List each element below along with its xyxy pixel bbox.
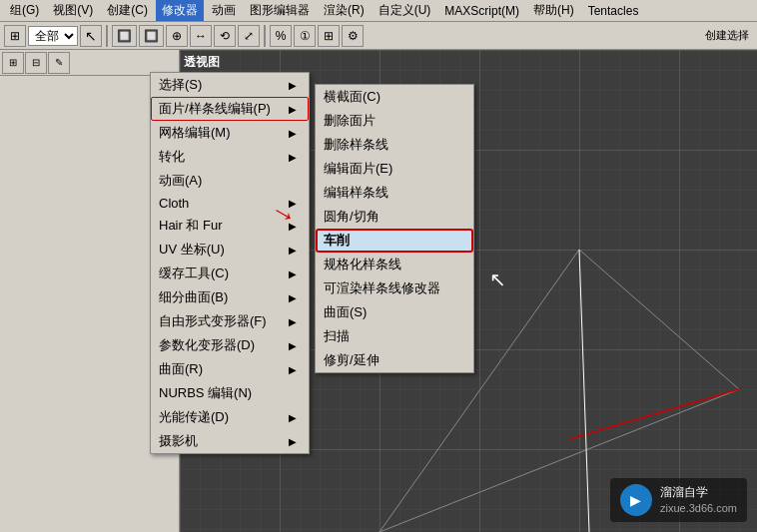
arrow-icon: ▶ [289, 80, 297, 91]
submenu-surface[interactable]: 曲面(S) [316, 300, 473, 324]
menu-view[interactable]: 视图(V) [47, 0, 99, 21]
modifier-camera-item[interactable]: 摄影机 ▶ [151, 429, 309, 453]
toolbar-btn-9[interactable]: ① [294, 25, 316, 47]
menu-custom[interactable]: 自定义(U) [373, 0, 437, 21]
modifier-radiosity-item[interactable]: 光能传递(D) ▶ [151, 405, 309, 429]
arrow-icon-2: ▶ [289, 104, 297, 115]
arrow-icon-4: ▶ [289, 152, 297, 163]
toolbar-btn-2[interactable]: 🔲 [112, 25, 137, 47]
toolbar-btn-10[interactable]: ⊞ [318, 25, 340, 47]
modifier-subdivision-item[interactable]: 细分曲面(B) ▶ [151, 285, 309, 309]
toolbar-btn-4[interactable]: ⊕ [166, 25, 188, 47]
modifier-surface-item[interactable]: 曲面(R) ▶ [151, 357, 309, 381]
patch-submenu: 横截面(C) 删除面片 删除样条线 编辑面片(E) 编辑样条线 圆角/切角 车削 [315, 84, 474, 373]
arrow-icon-11: ▶ [289, 340, 297, 351]
menu-animation[interactable]: 动画 [206, 0, 242, 21]
submenu-sweep[interactable]: 扫描 [316, 324, 473, 348]
submenu-delete-spline[interactable]: 删除样条线 [316, 133, 473, 157]
menu-modifier[interactable]: 修改器 [156, 0, 204, 21]
submenu-fillet-chamfer[interactable]: 圆角/切角 [316, 205, 473, 229]
toolbar-icon-1[interactable]: ⊞ [4, 25, 26, 47]
submenu-normalize-spline[interactable]: 规格化样条线 [316, 253, 473, 276]
toolbar-separator-2 [264, 25, 266, 47]
arrow-icon-7: ▶ [289, 245, 297, 256]
submenu-delete-patch[interactable]: 删除面片 [316, 109, 473, 133]
arrow-icon-10: ▶ [289, 316, 297, 327]
create-select-label: 创建选择 [701, 28, 753, 43]
menu-help[interactable]: 帮助(H) [527, 0, 580, 21]
modifier-uv-item[interactable]: UV 坐标(U) ▶ [151, 238, 309, 262]
arrow-icon-9: ▶ [289, 292, 297, 303]
arrow-icon-3: ▶ [289, 128, 297, 139]
modifier-param-item[interactable]: 参数化变形器(D) ▶ [151, 333, 309, 357]
toolbar-separator [106, 25, 108, 47]
watermark: ▶ 溜溜自学 zixue.3d66.com [610, 478, 747, 522]
submenu-lathe[interactable]: 车削 [316, 229, 473, 253]
toolbar-btn-8[interactable]: % [270, 25, 292, 47]
select-arrow-btn[interactable]: ↖ [80, 25, 102, 47]
menu-tentacles[interactable]: Tentacles [582, 2, 645, 20]
toolbar-btn-11[interactable]: ⚙ [342, 25, 364, 47]
modifier-convert-item[interactable]: 转化 ▶ [151, 145, 309, 169]
modifier-cache-item[interactable]: 缓存工具(C) ▶ [151, 262, 309, 285]
menu-create[interactable]: 创建(C) [101, 0, 154, 21]
cursor-icon: ↖ [489, 267, 506, 291]
submenu-renderable-spline[interactable]: 可渲染样条线修改器 [316, 276, 473, 300]
modifier-mesh-item[interactable]: 网格编辑(M) ▶ [151, 121, 309, 145]
menu-maxscript[interactable]: MAXScript(M) [438, 2, 525, 20]
modifier-dropdown: 选择(S) ▶ 面片/样条线编辑(P) ▶ 网格编辑(M) ▶ 转化 ▶ 动画(… [150, 72, 310, 454]
menu-group[interactable]: 组(G) [4, 0, 45, 21]
watermark-logo: ▶ [620, 484, 652, 516]
lp-btn-1[interactable]: ⊞ [2, 52, 24, 74]
toolbar-btn-7[interactable]: ⤢ [238, 25, 260, 47]
modifier-patch-item[interactable]: 面片/样条线编辑(P) ▶ [151, 97, 309, 121]
menu-bar: 组(G) 视图(V) 创建(C) 修改器 动画 图形编辑器 渲染(R) 自定义(… [0, 0, 757, 22]
arrow-icon-14: ▶ [289, 412, 297, 423]
submenu-cross-section[interactable]: 横截面(C) [316, 85, 473, 109]
lp-btn-2[interactable]: ⊟ [25, 52, 47, 74]
arrow-icon-8: ▶ [289, 268, 297, 279]
modifier-animation-item[interactable]: 动画(A) [151, 169, 309, 193]
toolbar-btn-6[interactable]: ⟲ [214, 25, 236, 47]
arrow-icon-15: ▶ [289, 436, 297, 447]
toolbar-btn-3[interactable]: 🔲 [139, 25, 164, 47]
main-area: ⊞ ⊟ ✎ [0, 50, 757, 532]
arrow-icon-12: ▶ [289, 364, 297, 375]
viewport-label: 透视图 [184, 54, 220, 71]
main-toolbar: ⊞ 全部 ↖ 🔲 🔲 ⊕ ↔ ⟲ ⤢ % ① ⊞ ⚙ 创建选择 [0, 22, 757, 50]
toolbar-btn-5[interactable]: ↔ [190, 25, 212, 47]
menu-render[interactable]: 渲染(R) [318, 0, 371, 21]
select-mode-dropdown[interactable]: 全部 [28, 26, 78, 46]
lp-btn-3[interactable]: ✎ [48, 52, 70, 74]
submenu-trim-extend[interactable]: 修剪/延伸 [316, 348, 473, 372]
submenu-edit-spline[interactable]: 编辑样条线 [316, 181, 473, 205]
modifier-select-item[interactable]: 选择(S) ▶ [151, 73, 309, 97]
modifier-nurbs-item[interactable]: NURBS 编辑(N) [151, 381, 309, 405]
submenu-edit-patch[interactable]: 编辑面片(E) [316, 157, 473, 181]
modifier-ffd-item[interactable]: 自由形式变形器(F) ▶ [151, 309, 309, 333]
watermark-text: 溜溜自学 zixue.3d66.com [660, 484, 737, 516]
menu-graph-editor[interactable]: 图形编辑器 [244, 0, 316, 21]
